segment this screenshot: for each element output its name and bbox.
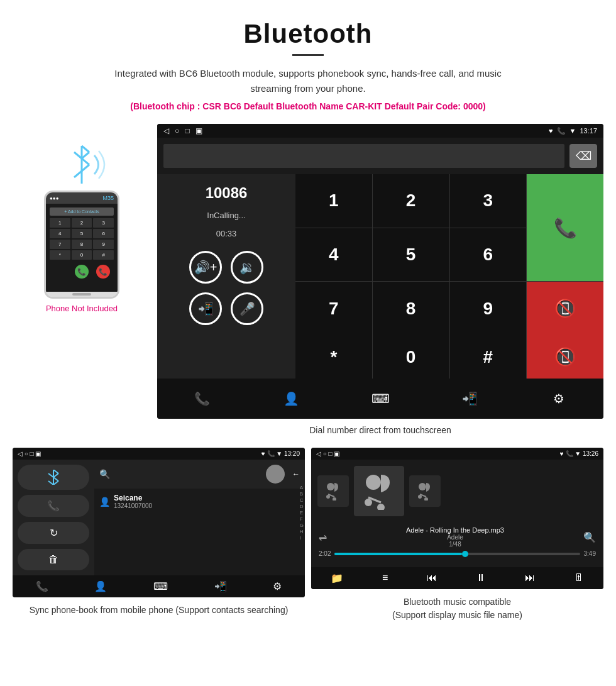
music-bottom-nav: 📁 ≡ ⏮ ⏸ ⏭ 🎚 [311, 567, 603, 589]
svg-point-14 [327, 483, 334, 490]
svg-point-16 [326, 495, 330, 499]
pb-search-icon[interactable]: 🔍 [99, 469, 110, 479]
phone-key: 7 [50, 240, 70, 249]
phone-key: 2 [72, 218, 92, 228]
dial-key-9[interactable]: 9 [450, 282, 527, 335]
pb-delete-icon-btn[interactable]: 🗑 [18, 549, 89, 570]
pb-contact-item: 👤 Seicane 13241007000 [94, 489, 305, 514]
pb-refresh-icon-btn[interactable]: ↻ [18, 522, 89, 544]
nav-contacts-icon[interactable]: 👤 [278, 386, 304, 411]
menu-nav-icon: ▣ [195, 126, 202, 135]
pb-contact-name: Seicane [114, 494, 152, 502]
main-android-screen-side: ◁ ○ □ ▣ ♥ 📞 ▼ 13:17 ⌫ [157, 124, 603, 441]
dial-key-hash[interactable]: # [450, 335, 527, 379]
pb-search-row: 🔍 ← [94, 460, 305, 489]
pb-nav-settings-icon[interactable]: ⚙ [273, 580, 282, 592]
header-divider [292, 54, 324, 56]
dial-key-4[interactable]: 4 [295, 228, 372, 282]
svg-line-6 [74, 152, 82, 158]
pb-back-icon[interactable]: ← [292, 470, 300, 479]
phone-key: 8 [72, 240, 92, 249]
music-top-icons: ⇌ Adele - Rolling In the Deep.mp3 Adele … [319, 526, 596, 548]
music-nav-play-icon[interactable]: ⏸ [476, 572, 486, 584]
back-nav-icon: ◁ [163, 126, 169, 135]
pb-nav-icons: ◁ ○ □ ▣ [18, 450, 41, 457]
pb-status-bar: ◁ ○ □ ▣ ♥ 📞 ▼ 13:20 [13, 448, 305, 460]
pb-call-icon-btn[interactable]: 📞 [18, 495, 89, 517]
bottom-navigation: 📞 👤 ⌨ 📲 ⚙ [157, 379, 603, 419]
music-nav-next-icon[interactable]: ⏭ [525, 572, 535, 584]
phone-key: 1 [50, 218, 70, 228]
status-bar-right: ♥ 📞 ▼ 13:17 [549, 127, 597, 135]
dialpad-bottom-row: * 0 # 📵 [157, 335, 603, 379]
svg-point-25 [424, 497, 428, 501]
music-nav-list-icon[interactable]: ≡ [382, 572, 388, 584]
bluetooth-icon [53, 143, 110, 187]
svg-line-9 [53, 473, 58, 477]
pb-scroll-indicator [266, 465, 285, 484]
call-green-button[interactable]: 📞 [527, 174, 603, 281]
svg-line-8 [53, 470, 58, 473]
end-call-button[interactable]: 📵 [527, 282, 603, 335]
page-specs: (Bluetooth chip : CSR BC6 Default Blueto… [13, 101, 603, 111]
phone-side: ●●●M35 + Add to Contacts 1 2 3 4 5 6 7 8… [13, 124, 151, 313]
svg-line-5 [74, 171, 82, 177]
music-screen-wrap: ◁ ○ □ ▣ ♥ 📞 ▼ 13:26 [311, 448, 603, 628]
music-progress-thumb [462, 551, 468, 557]
pb-nav-contact-icon[interactable]: 👤 [94, 580, 107, 592]
pb-left-panel: 📞 ↻ 🗑 [13, 460, 94, 575]
phone-screen-content: + Add to Contacts 1 2 3 4 5 6 7 8 9 * 0 … [46, 204, 118, 292]
home-nav-icon: ○ [175, 126, 179, 135]
volume-down-button[interactable]: 🔉 [231, 251, 263, 284]
backspace-button[interactable]: ⌫ [569, 144, 597, 168]
phone-key: * [50, 250, 70, 260]
nav-transfer-icon[interactable]: 📲 [457, 386, 482, 411]
phone-bottom-row: 📞 📞 [50, 262, 114, 281]
call-info: 10086 InCalling... 00:33 🔊+ 🔉 📲 🎤 [157, 174, 295, 335]
pb-nav-dialpad-icon[interactable]: ⌨ [153, 580, 168, 592]
music-song-title: Adele - Rolling In the Deep.mp3 [406, 526, 504, 534]
status-bar-left: ◁ ○ □ ▣ [163, 126, 206, 135]
music-album-sm-art [317, 475, 349, 507]
main-android-screen: ◁ ○ □ ▣ ♥ 📞 ▼ 13:17 ⌫ [157, 124, 603, 419]
dial-key-3[interactable]: 3 [450, 174, 527, 228]
dial-key-star[interactable]: * [295, 335, 372, 379]
status-bar: ◁ ○ □ ▣ ♥ 📞 ▼ 13:17 [157, 124, 603, 138]
pb-bluetooth-icon[interactable] [18, 465, 89, 490]
svg-line-3 [82, 158, 89, 165]
dial-key-5[interactable]: 5 [373, 228, 449, 282]
phonebook-screen: ◁ ○ □ ▣ ♥ 📞 ▼ 13:20 [13, 448, 305, 597]
music-progress-bar[interactable] [334, 553, 580, 555]
pb-alpha-b: B [300, 491, 304, 497]
music-shuffle-icon[interactable]: ⇌ [319, 531, 327, 543]
dial-key-1[interactable]: 1 [295, 174, 372, 228]
dial-key-7[interactable]: 7 [295, 282, 372, 335]
dial-key-6[interactable]: 6 [450, 228, 527, 282]
svg-point-24 [418, 495, 422, 499]
dial-key-2[interactable]: 2 [373, 174, 449, 228]
music-nav-eq-icon[interactable]: 🎚 [574, 572, 584, 584]
music-search-icon[interactable]: 🔍 [583, 531, 596, 543]
dial-key-0[interactable]: 0 [373, 335, 449, 379]
end-call-button-2[interactable]: 📵 [527, 335, 603, 379]
nav-dialpad-icon[interactable]: ⌨ [368, 386, 393, 411]
music-song-artist: Adele [406, 534, 504, 541]
pb-right-panel: 🔍 ← 👤 Seicane 13241007000 A [94, 460, 305, 575]
pb-nav-call-icon[interactable]: 📞 [36, 580, 48, 592]
dialer-input[interactable] [163, 144, 564, 168]
transfer-button[interactable]: 📲 [189, 292, 222, 325]
volume-up-button[interactable]: 🔊+ [189, 251, 222, 284]
pb-bottom-nav: 📞 👤 ⌨ 📲 ⚙ [13, 575, 305, 597]
svg-point-17 [333, 497, 336, 501]
music-song-info: Adele - Rolling In the Deep.mp3 Adele 1/… [406, 526, 504, 548]
nav-calls-icon[interactable]: 📞 [189, 386, 214, 411]
music-nav-folder-icon[interactable]: 📁 [331, 572, 343, 584]
pb-nav-transfer-icon[interactable]: 📲 [214, 580, 227, 592]
dial-key-8[interactable]: 8 [373, 282, 449, 335]
music-current-time: 2:02 [319, 550, 331, 557]
music-nav-prev-icon[interactable]: ⏮ [427, 572, 437, 584]
nav-settings-icon[interactable]: ⚙ [546, 386, 571, 411]
mute-button[interactable]: 🎤 [231, 292, 263, 325]
svg-point-20 [365, 499, 372, 506]
pb-contact-info: Seicane 13241007000 [114, 494, 152, 509]
